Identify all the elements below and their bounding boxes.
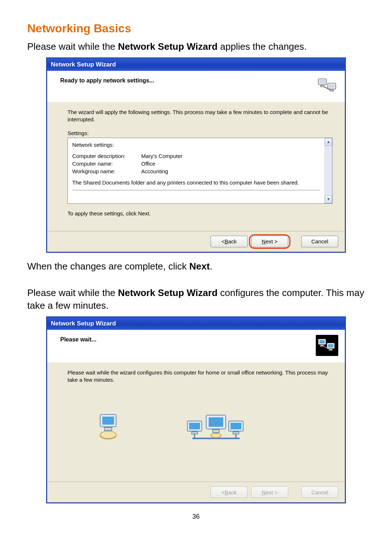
settings-value: Accounting — [141, 167, 168, 175]
wizard1-header-text: Ready to apply network settings... — [60, 76, 317, 84]
scroll-down-icon[interactable]: ▼ — [325, 195, 332, 203]
intro-text-post: applies the changes. — [217, 41, 307, 52]
svg-rect-25 — [209, 417, 223, 427]
svg-rect-2 — [320, 85, 324, 87]
svg-rect-26 — [213, 430, 219, 433]
settings-listbox: Network settings: Computer description: … — [68, 138, 332, 204]
after-w1-post: . — [210, 261, 212, 272]
wizard1-dialog: Network Setup Wizard Ready to apply netw… — [46, 57, 346, 253]
back-button: < Back — [211, 486, 248, 498]
back-underline: B — [225, 489, 228, 495]
back-pre: < — [221, 489, 225, 495]
settings-key: Workgroup name: — [72, 167, 141, 175]
svg-rect-12 — [329, 349, 332, 351]
network-pcs-icon — [317, 76, 338, 96]
settings-row: Workgroup name: Accounting — [72, 167, 320, 175]
wizard2-button-bar: < Back Next > Cancel — [47, 482, 345, 502]
svg-rect-15 — [102, 417, 114, 425]
intro-bold: Network Setup Wizard — [118, 41, 217, 52]
section-title: Networking Basics — [27, 22, 365, 35]
svg-rect-16 — [105, 428, 112, 430]
settings-content: Network settings: Computer description: … — [68, 138, 324, 203]
scroll-up-icon[interactable]: ▲ — [325, 138, 332, 146]
svg-rect-9 — [320, 345, 324, 347]
svg-rect-30 — [230, 423, 241, 429]
svg-rect-8 — [319, 340, 325, 343]
back-underline: B — [225, 238, 228, 244]
back-pre: < — [221, 238, 225, 244]
wizard1-container: Network Setup Wizard Ready to apply netw… — [27, 57, 365, 253]
wizard1-titlebar: Network Setup Wizard — [47, 58, 345, 71]
wizard1-button-bar: < Back Next > Cancel — [47, 231, 345, 252]
page-number: 36 — [27, 513, 365, 520]
wizard1-title-text: Network Setup Wizard — [51, 61, 116, 68]
intro-paragraph: Please wait while the Network Setup Wiza… — [27, 40, 365, 53]
next-post: ext > — [266, 238, 278, 244]
document-page: Networking Basics Please wait while the … — [0, 0, 392, 535]
settings-row: Computer description: Mary's Computer — [72, 152, 320, 160]
back-button[interactable]: < Back — [211, 236, 248, 247]
wizard1-header: Ready to apply network settings... — [47, 71, 345, 102]
svg-point-18 — [100, 431, 116, 438]
settings-shared-note: The Shared Documents folder and any prin… — [72, 179, 320, 186]
svg-rect-11 — [328, 344, 334, 347]
after-wizard1-paragraph: When the changes are complete, click Nex… — [27, 260, 365, 273]
wizard2-title-text: Network Setup Wizard — [51, 320, 116, 327]
svg-rect-21 — [189, 423, 200, 429]
next-button[interactable]: Next > — [251, 236, 288, 247]
cancel-button[interactable]: Cancel — [301, 236, 338, 247]
wizard2-titlebar: Network Setup Wizard — [47, 317, 345, 330]
p2-pre: Please wait while the — [27, 287, 118, 298]
settings-divider — [72, 190, 320, 190]
wizard2-container: Network Setup Wizard Please wait... — [27, 316, 365, 504]
svg-rect-1 — [319, 80, 325, 84]
back-post: ack — [228, 238, 237, 244]
svg-rect-4 — [329, 84, 335, 88]
settings-heading: Network settings: — [72, 141, 320, 149]
wizard2-dialog: Network Setup Wizard Please wait... — [46, 316, 346, 504]
apply-hint: To apply these settings, click Next. — [68, 210, 332, 216]
network-pcs-icon — [316, 335, 338, 356]
after-w1-bold: Next — [189, 261, 210, 272]
wizard2-header: Please wait... — [47, 330, 345, 362]
wizard1-intro: The wizard will apply the following sett… — [68, 109, 332, 123]
settings-value: Office — [141, 160, 155, 167]
wizard2-header-text: Please wait... — [60, 335, 316, 343]
svg-point-28 — [211, 433, 221, 438]
networked-computers-icon — [185, 410, 247, 443]
next-underline: N — [262, 489, 266, 495]
scroll-track[interactable] — [325, 146, 332, 195]
next-underline: N — [262, 238, 266, 244]
next-button: Next > — [251, 486, 288, 498]
wizard2-animation — [68, 390, 332, 463]
wizard1-content: The wizard will apply the following sett… — [47, 102, 345, 231]
paragraph2: Please wait while the Network Setup Wiza… — [27, 287, 365, 312]
settings-key: Computer name: — [72, 160, 141, 167]
p2-bold: Network Setup Wizard — [118, 287, 217, 298]
cancel-button: Cancel — [301, 486, 338, 498]
settings-row: Computer name: Office — [72, 160, 320, 167]
svg-rect-31 — [233, 432, 239, 434]
settings-scrollbar[interactable]: ▲ ▼ — [324, 138, 332, 203]
after-w1-pre: When the changes are complete, click — [27, 261, 189, 272]
back-post: ack — [228, 489, 237, 495]
settings-value: Mary's Computer — [141, 152, 183, 160]
wizard2-content: Please wait while the wizard configures … — [47, 362, 345, 482]
wizard2-intro: Please wait while the wizard configures … — [68, 369, 332, 384]
next-post: ext > — [266, 489, 278, 495]
settings-label: Settings: — [68, 130, 332, 136]
svg-rect-22 — [192, 432, 197, 434]
intro-text-pre: Please wait while the — [27, 41, 118, 52]
settings-key: Computer description: — [72, 152, 141, 160]
svg-rect-5 — [330, 90, 334, 91]
single-computer-icon — [97, 413, 120, 440]
